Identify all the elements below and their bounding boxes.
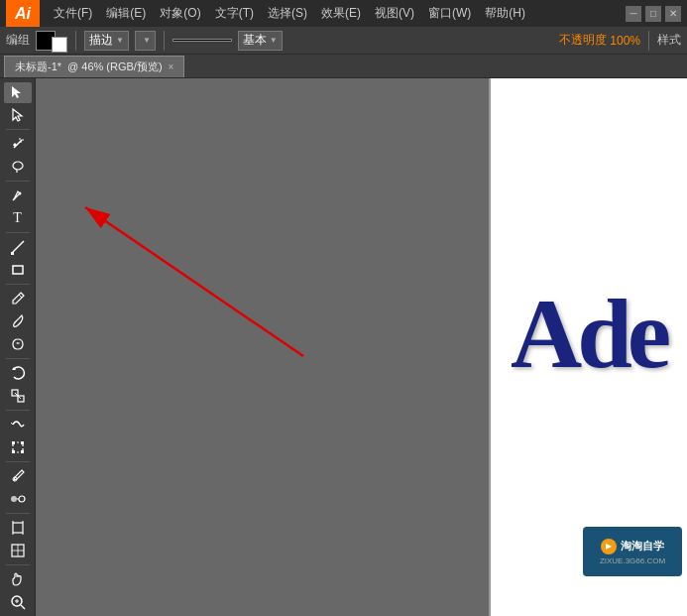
tool-sep-3 [6,232,30,233]
tab-title: 未标题-1* [15,60,61,74]
svg-rect-19 [12,441,15,444]
menu-edit[interactable]: 编辑(E) [100,3,152,24]
stroke-size-dropdown[interactable]: ▼ [135,31,156,51]
rect-tool-button[interactable] [4,260,32,281]
tab-close-button[interactable]: × [169,62,174,72]
pen-tool-button[interactable] [4,185,32,206]
warp-tool-button[interactable] [4,415,32,435]
svg-line-36 [21,605,25,609]
slice-button[interactable] [4,540,32,560]
svg-line-9 [12,241,24,253]
group-label: 编组 [6,32,30,49]
menu-file[interactable]: 文件(F) [48,3,98,24]
artboard-icon [10,520,26,536]
watermark-play-icon: ▶ [601,539,617,554]
menu-effect[interactable]: 效果(E) [315,3,367,24]
lasso-tool-button[interactable] [4,157,32,178]
magic-wand-button[interactable] [4,134,32,155]
menu-help[interactable]: 帮助(H) [479,3,531,24]
menu-select[interactable]: 选择(S) [262,3,313,24]
eyedropper-icon [10,468,26,484]
title-bar: Ai 文件(F) 编辑(E) 对象(O) 文字(T) 选择(S) 效果(E) 视… [0,0,687,27]
close-button[interactable]: ✕ [665,6,681,22]
stroke-size-arrow: ▼ [143,36,151,45]
tool-sep-8 [6,513,30,514]
opacity-value[interactable]: 100% [610,34,640,48]
opacity-label: 不透明度 [559,32,607,49]
menu-type[interactable]: 文字(T) [209,3,260,24]
menu-bar: 文件(F) 编辑(E) 对象(O) 文字(T) 选择(S) 效果(E) 视图(V… [48,3,618,24]
tool-sep-2 [6,181,30,182]
watermark-site-name: 淘淘自学 [621,539,664,554]
rotate-tool-icon [10,365,26,381]
direct-selection-tool-button[interactable] [4,105,32,126]
opacity-area: 不透明度 100% [559,32,640,49]
line-tool-button[interactable] [4,237,32,258]
warp-tool-icon [10,417,26,432]
menu-view[interactable]: 视图(V) [369,3,420,24]
svg-line-8 [13,198,15,200]
direct-selection-tool-icon [10,107,26,123]
tool-sep-4 [6,284,30,285]
watermark-url: ZIXUE.3G66.COM [600,556,665,565]
stroke-dropdown[interactable]: 描边 ▼ [84,31,129,51]
scale-tool-button[interactable] [4,385,32,406]
svg-rect-22 [21,450,24,453]
svg-point-5 [13,162,23,170]
zoom-tool-icon [10,594,26,610]
options-toolbar: 编组 描边 ▼ ▼ 基本 ▼ 不透明度 100% 样式 [0,27,687,55]
stroke-style-dropdown[interactable]: 基本 ▼ [238,31,283,51]
paintbrush-tool-button[interactable] [4,311,32,332]
document-tab[interactable]: 未标题-1* @ 46% (RGB/预览) × [4,56,184,77]
basis-arrow: ▼ [270,36,278,45]
stroke-line-area [172,39,232,42]
selection-tool-button[interactable] [4,82,32,103]
slice-icon [10,543,26,558]
magic-wand-icon [10,136,26,152]
maximize-button[interactable]: □ [645,6,661,22]
svg-rect-20 [21,441,24,444]
pen-tool-icon [10,187,26,203]
blob-brush-icon [10,336,26,352]
svg-line-17 [11,423,13,425]
watermark-top: ▶ 淘淘自学 [601,539,664,554]
pencil-tool-icon [10,291,26,307]
blend-tool-button[interactable] [4,488,32,509]
pencil-tool-button[interactable] [4,289,32,309]
basis-label: 基本 [243,32,267,49]
rotate-tool-button[interactable] [4,363,32,384]
tool-sep-1 [6,129,30,130]
svg-rect-21 [12,450,15,453]
eyedropper-button[interactable] [4,466,32,487]
tool-sep-9 [6,564,30,565]
menu-window[interactable]: 窗口(W) [422,3,477,24]
artboard-button[interactable] [4,518,32,539]
stroke-line-preview [172,39,232,42]
line-tool-icon [10,239,26,255]
watermark-badge: ▶ 淘淘自学 ZIXUE.3G66.COM [583,527,682,576]
svg-point-7 [18,192,21,195]
adobe-partial-text: Ade [511,277,666,391]
minimize-button[interactable]: ─ [626,6,641,22]
tab-bar: 未标题-1* @ 46% (RGB/预览) × [0,55,687,78]
zoom-tool-button[interactable] [4,591,32,612]
hand-tool-button[interactable] [4,569,32,590]
type-tool-button[interactable]: T [4,208,32,229]
svg-rect-27 [13,523,23,533]
hand-tool-icon [10,571,26,587]
left-toolbar: T [0,78,36,616]
paintbrush-tool-icon [10,313,26,329]
separator1 [75,31,76,51]
stroke-label: 描边 [89,32,113,49]
separator2 [164,31,165,51]
separator3 [648,31,649,51]
menu-object[interactable]: 对象(O) [154,3,206,24]
svg-rect-11 [13,266,23,274]
stroke-swatch[interactable] [52,37,67,53]
blob-brush-button[interactable] [4,333,32,354]
blend-tool-icon [10,491,26,507]
lasso-tool-icon [10,159,26,175]
canvas-area[interactable]: Ade ▶ 淘淘自学 ZIXUE.3G66.COM [36,78,687,616]
free-transform-button[interactable] [4,436,32,457]
scale-tool-icon [10,388,26,404]
